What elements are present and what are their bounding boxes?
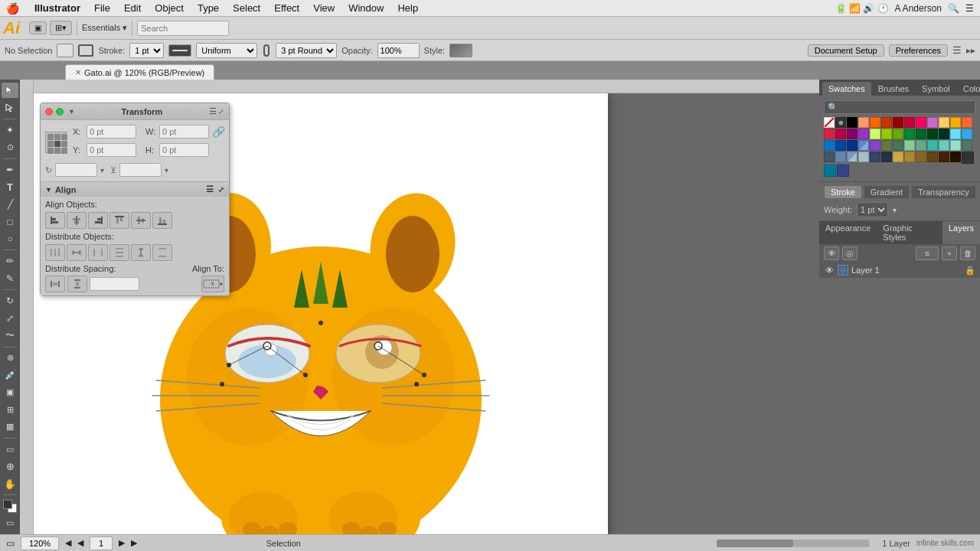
swatch-c32[interactable] [916, 140, 926, 151]
control-icon[interactable]: ☰ [965, 3, 974, 14]
chart-tool[interactable]: ▦ [2, 419, 18, 434]
text-tool[interactable]: T [2, 179, 18, 194]
document-tab[interactable]: ✕ Gato.ai @ 120% (RGB/Preview) [65, 64, 214, 80]
doc-setup-button[interactable]: Document Setup [808, 44, 884, 57]
reference-point-grid[interactable] [45, 132, 67, 153]
pencil-tool[interactable]: ✎ [2, 271, 18, 286]
menu-illustrator[interactable]: Illustrator [28, 1, 87, 15]
swatch-c7[interactable] [927, 117, 938, 128]
tab-close-btn[interactable]: ✕ [75, 68, 81, 77]
swatch-c23[interactable] [962, 129, 972, 139]
layer-1-target-circle[interactable] [838, 265, 848, 276]
align-h-centers-btn[interactable] [67, 212, 87, 229]
mesh-tool[interactable]: ⊞ [2, 402, 18, 417]
extra-icon[interactable]: ▸▸ [966, 45, 975, 56]
selection-tool[interactable] [2, 83, 18, 98]
tab-swatches[interactable]: Swatches [822, 82, 871, 96]
dist-top-btn[interactable] [109, 244, 129, 261]
swatch-c8[interactable] [939, 117, 949, 128]
layers-tab[interactable]: Layers [942, 221, 980, 244]
ellipse-tool[interactable]: ○ [2, 231, 18, 246]
swatch-c18[interactable] [904, 129, 915, 139]
layers-eye-btn[interactable]: 👁 [824, 246, 839, 260]
shear-input[interactable] [119, 163, 162, 177]
dist-left-btn[interactable] [45, 244, 65, 261]
blend-tool[interactable]: ⊗ [2, 350, 18, 365]
fill-color-swatch[interactable] [57, 44, 74, 57]
hand-tool[interactable]: ✋ [2, 476, 18, 491]
direct-select-tool[interactable] [2, 99, 18, 115]
graphic-styles-tab[interactable]: Graphic Styles [877, 221, 942, 244]
zoom-input[interactable] [21, 536, 59, 550]
transform-titlebar[interactable]: ▼ Transform ☰ ⤢ [41, 103, 229, 120]
workspace-btn[interactable]: ▣ [29, 21, 47, 34]
swatch-c29[interactable] [881, 140, 892, 151]
tab-color[interactable]: Color [957, 82, 980, 96]
swatch-c45[interactable] [916, 152, 926, 162]
dist-spacing-h-btn[interactable] [45, 276, 65, 292]
rotate-tool[interactable]: ↻ [2, 293, 18, 308]
swatch-c38[interactable] [835, 152, 846, 162]
swatch-c30[interactable] [893, 140, 903, 151]
pen-tool[interactable]: ✒ [2, 162, 18, 178]
angle-input[interactable] [55, 163, 97, 177]
swatch-c34[interactable] [939, 140, 949, 151]
swatch-c48[interactable] [950, 152, 961, 162]
swatch-c21[interactable] [939, 129, 949, 139]
swatch-c3[interactable] [881, 117, 892, 128]
align-icon[interactable]: ☰ [952, 44, 962, 56]
artboard-tool[interactable]: ▭ [2, 442, 18, 457]
swatch-c39[interactable] [847, 152, 858, 162]
menu-object[interactable]: Object [149, 1, 190, 15]
layers-target-btn[interactable]: ◎ [842, 246, 858, 260]
swatch-c36[interactable] [962, 140, 972, 151]
align-bottom-edges-btn[interactable] [152, 212, 172, 229]
nav-forward[interactable]: ▶ [131, 538, 137, 548]
swatch-c9[interactable] [950, 117, 961, 128]
dist-vcenter-btn[interactable] [131, 244, 151, 261]
lock-icon[interactable]: 🔗 [212, 126, 225, 138]
rect-tool[interactable]: □ [2, 214, 18, 229]
swatch-c17[interactable] [893, 129, 903, 139]
swatch-c37[interactable] [824, 152, 835, 162]
spacing-value-input[interactable] [90, 277, 139, 291]
line-tool[interactable]: ╱ [2, 197, 18, 212]
align-expand-arrow[interactable]: ⤢ [218, 186, 224, 194]
warp-tool[interactable]: 〜 [2, 328, 18, 343]
swatch-fill[interactable] [962, 152, 974, 164]
layers-new-btn[interactable]: + [942, 246, 957, 260]
search-field[interactable] [137, 21, 229, 36]
tab-symbol[interactable]: Symbol [916, 82, 956, 96]
search-icon[interactable]: 🔍 [948, 3, 959, 14]
swatch-c22[interactable] [950, 129, 961, 139]
menu-select[interactable]: Select [227, 1, 266, 15]
swatch-c35[interactable] [950, 140, 961, 151]
swatch-c13[interactable] [847, 129, 858, 139]
stroke-weight-dropdown[interactable]: 1 pt [857, 202, 888, 217]
menu-effect[interactable]: Effect [268, 1, 305, 15]
stroke-tab[interactable]: Stroke [824, 185, 862, 199]
workspace-selector[interactable]: Essentials ▾ [82, 23, 127, 33]
swatch-c40[interactable] [858, 152, 869, 162]
arrange-btn[interactable]: ⊞▾ [50, 21, 72, 35]
layer-1-lock-icon[interactable]: 🔒 [965, 266, 975, 276]
swatch-c20[interactable] [927, 129, 938, 139]
dist-hcenter-btn[interactable] [67, 244, 87, 261]
swatch-c44[interactable] [904, 152, 915, 162]
screen-mode-btn[interactable]: ▭ [2, 516, 18, 531]
swatch-c25[interactable] [835, 140, 846, 151]
swatch-c42[interactable] [881, 152, 892, 162]
swatch-black[interactable] [847, 117, 858, 128]
align-left-edges-btn[interactable] [45, 212, 65, 229]
style-swatch[interactable] [449, 44, 472, 57]
swatch-darkblue[interactable] [837, 165, 849, 177]
swatch-c46[interactable] [927, 152, 938, 162]
layer-1-item[interactable]: 👁 Layer 1 🔒 [819, 262, 980, 278]
layers-options-btn[interactable]: ≡ [916, 246, 939, 260]
swatch-c1[interactable] [858, 117, 869, 128]
swatch-c11[interactable] [824, 129, 835, 139]
eyedropper-tool[interactable]: 💉 [2, 367, 18, 383]
nav-next-page[interactable]: ▶ [119, 538, 125, 548]
swatch-c6[interactable] [916, 117, 926, 128]
stroke-weight-select[interactable]: 1 pt [129, 43, 164, 58]
